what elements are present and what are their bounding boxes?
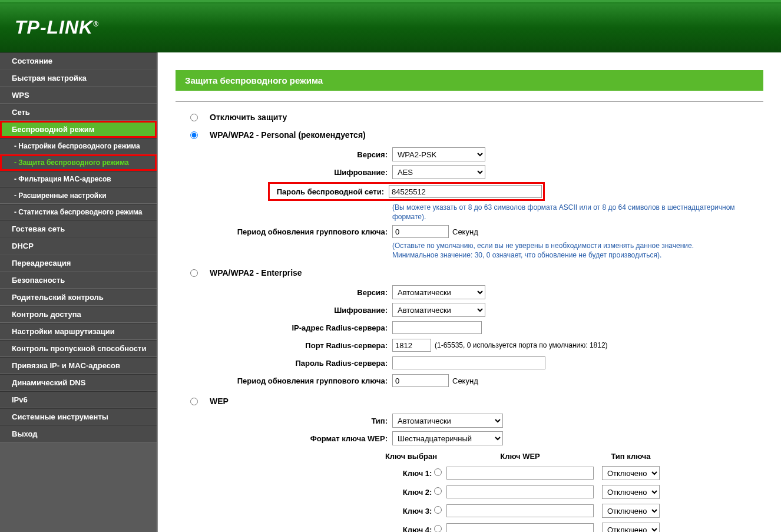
personal-version-select[interactable]: WPA2-PSK (392, 147, 485, 161)
wep-col-key: Ключ WEP (443, 450, 597, 463)
wep-key3-input[interactable] (446, 504, 594, 517)
wep-col-type: Тип ключа (598, 450, 663, 463)
wep-key3-radio[interactable] (434, 506, 442, 514)
wep-title: WEP (210, 396, 229, 406)
menu-guest[interactable]: Гостевая сеть (0, 220, 157, 237)
ent-version-select[interactable]: Автоматически (392, 285, 485, 299)
divider (176, 101, 763, 102)
password-highlight: Пароль беспроводной сети: (268, 182, 545, 201)
wep-format-label: Формат ключа WEP: (176, 434, 392, 443)
wep-key-row-4: Ключ 4: Отключено (271, 521, 663, 532)
enterprise-title: WPA/WPA2 - Enterprise (210, 268, 302, 277)
menu-mac-filter[interactable]: - Фильтрация MAC-адресов (0, 171, 157, 187)
ent-encryption-label: Шифрование: (176, 306, 392, 315)
personal-title: WPA/WPA2 - Personal (рекомендуется) (210, 130, 366, 140)
personal-password-input[interactable] (389, 185, 542, 198)
menu-bandwidth[interactable]: Контроль пропускной способности (0, 340, 157, 357)
page-title: Защита беспроводного режима (176, 70, 763, 91)
wep-type-label: Тип: (176, 417, 392, 425)
radio-wpa-enterprise[interactable] (190, 269, 198, 277)
menu-quick-setup[interactable]: Быстрая настройка (0, 70, 157, 87)
personal-seconds: Секунд (452, 227, 478, 236)
wep-key1-radio[interactable] (434, 468, 442, 476)
wep-key3-type[interactable]: Отключено (602, 504, 660, 518)
wep-format-select[interactable]: Шестнадцатеричный (392, 431, 503, 445)
menu-parental[interactable]: Родительский контроль (0, 289, 157, 306)
menu-routing[interactable]: Настройки маршрутизации (0, 323, 157, 340)
ent-groupkey-label: Период обновления группового ключа: (176, 376, 392, 385)
ent-radius-port-input[interactable] (392, 339, 431, 352)
ent-radius-pass-input[interactable] (392, 356, 545, 369)
menu-wireless-settings[interactable]: - Настройки беспроводного режима (0, 138, 157, 154)
menu-logout[interactable]: Выход (0, 425, 157, 442)
wep-key4-type[interactable]: Отключено (602, 523, 660, 532)
ent-radius-pass-label: Пароль Radius-сервера: (176, 359, 392, 368)
menu-system-tools[interactable]: Системные инструменты (0, 408, 157, 425)
sidebar: Состояние Быстрая настройка WPS Сеть Бес… (0, 52, 158, 532)
wep-col-selected: Ключ выбран (271, 450, 442, 463)
personal-encryption-label: Шифрование: (176, 168, 392, 177)
wep-key1-input[interactable] (446, 467, 594, 480)
menu-network[interactable]: Сеть (0, 104, 157, 121)
ent-radius-ip-input[interactable] (392, 321, 482, 334)
menu-ddns[interactable]: Динамический DNS (0, 374, 157, 391)
menu-security[interactable]: Безопасность (0, 272, 157, 289)
disable-label: Отключить защиту (210, 113, 287, 122)
radio-disable[interactable] (190, 114, 198, 121)
menu-ipv6[interactable]: IPv6 (0, 391, 157, 408)
wep-key2-radio[interactable] (434, 487, 442, 495)
personal-groupkey-label: Период обновления группового ключа: (176, 227, 392, 236)
ent-seconds: Секунд (452, 376, 478, 385)
personal-groupkey-note: (Оставьте по умолчанию, если вы не увере… (392, 242, 740, 260)
personal-password-note: (Вы можете указать от 8 до 63 символов ф… (392, 203, 740, 222)
ent-radius-port-note: (1-65535, 0 используется порта по умолча… (435, 341, 608, 349)
ent-encryption-select[interactable]: Автоматически (392, 303, 485, 317)
ent-groupkey-input[interactable] (392, 374, 449, 387)
menu-ip-mac-binding[interactable]: Привязка IP- и MAC-адресов (0, 357, 157, 374)
personal-version-label: Версия: (176, 150, 392, 159)
wep-key2-input[interactable] (446, 485, 594, 498)
radio-wpa-personal[interactable] (190, 131, 198, 139)
menu-forwarding[interactable]: Переадресация (0, 255, 157, 272)
wep-type-select[interactable]: Автоматически (392, 414, 503, 428)
wep-key1-type[interactable]: Отключено (602, 466, 660, 480)
personal-encryption-select[interactable]: AES (392, 165, 485, 179)
menu-dhcp[interactable]: DHCP (0, 237, 157, 255)
wep-table: Ключ выбран Ключ WEP Тип ключа Ключ 1: О… (270, 448, 664, 532)
radio-wep[interactable] (190, 398, 198, 405)
ent-radius-ip-label: IP-адрес Radius-сервера: (176, 323, 392, 332)
wep-key-row-2: Ключ 2: Отключено (271, 483, 663, 501)
personal-password-label: Пароль беспроводной сети: (271, 187, 389, 196)
menu-advanced[interactable]: - Расширенные настройки (0, 187, 157, 204)
wep-key4-radio[interactable] (434, 525, 442, 532)
menu-access-control[interactable]: Контроль доступа (0, 306, 157, 323)
wep-key2-type[interactable]: Отключено (602, 485, 660, 499)
menu-wireless[interactable]: Беспроводной режим (0, 121, 157, 138)
menu-wireless-security[interactable]: - Защита беспроводного режима (0, 154, 157, 171)
menu-wireless-stats[interactable]: - Статистика беспроводного режима (0, 204, 157, 220)
personal-groupkey-input[interactable] (392, 225, 449, 238)
wep-key-row-3: Ключ 3: Отключено (271, 502, 663, 520)
menu-status[interactable]: Состояние (0, 52, 157, 70)
wep-key4-input[interactable] (446, 523, 594, 532)
ent-radius-port-label: Порт Radius-сервера: (176, 341, 392, 350)
header: TP-LINK® (0, 0, 781, 52)
wep-key-row-1: Ключ 1: Отключено (271, 464, 663, 482)
logo: TP-LINK® (15, 16, 99, 38)
ent-version-label: Версия: (176, 288, 392, 297)
content: Защита беспроводного режима Отключить за… (158, 52, 781, 532)
menu-wps[interactable]: WPS (0, 87, 157, 104)
